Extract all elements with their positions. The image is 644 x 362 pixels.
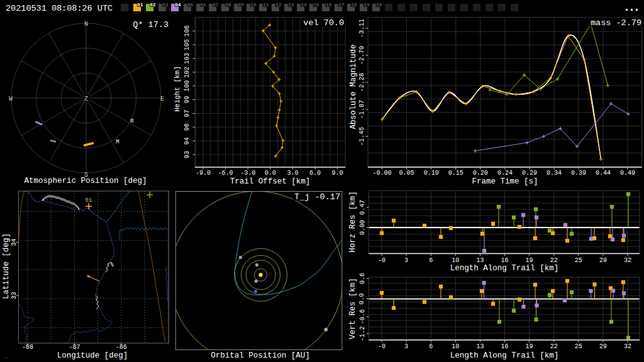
svg-text:29: 29 bbox=[599, 257, 607, 264]
svg-text:02: 02 bbox=[150, 2, 156, 8]
svg-text:rjw: rjw bbox=[3, 356, 8, 360]
svg-text:-88: -88 bbox=[22, 344, 33, 351]
svg-text:05: 05 bbox=[187, 2, 194, 8]
svg-text:07: 07 bbox=[213, 2, 219, 8]
svg-text:Atmospheric Position [deg]: Atmospheric Position [deg] bbox=[24, 177, 147, 185]
svg-text:0.0: 0.0 bbox=[265, 170, 276, 177]
svg-text:Length Along Trail [km]: Length Along Trail [km] bbox=[450, 351, 559, 360]
svg-text:3.0: 3.0 bbox=[287, 170, 298, 177]
svg-text:13: 13 bbox=[476, 257, 484, 264]
svg-text:33: 33 bbox=[11, 292, 18, 299]
svg-text:12: 12 bbox=[275, 2, 282, 8]
svg-text:0.20: 0.20 bbox=[473, 170, 488, 177]
svg-text:-3.0: -3.0 bbox=[240, 170, 255, 177]
svg-text:100: 100 bbox=[184, 80, 191, 92]
svg-text:-9.0: -9.0 bbox=[196, 170, 211, 177]
svg-text:0.6: 0.6 bbox=[359, 273, 366, 284]
svg-text:0.00: 0.00 bbox=[359, 220, 366, 235]
svg-text:Orbital Position [AU]: Orbital Position [AU] bbox=[211, 351, 310, 360]
svg-text:N: N bbox=[84, 21, 88, 28]
svg-text:19: 19 bbox=[526, 343, 533, 350]
svg-text:19: 19 bbox=[364, 2, 370, 8]
svg-text:13: 13 bbox=[476, 343, 484, 350]
svg-text:6: 6 bbox=[429, 257, 433, 264]
svg-text:0.44: 0.44 bbox=[596, 170, 611, 177]
svg-text:32: 32 bbox=[624, 257, 631, 264]
svg-text:6: 6 bbox=[429, 343, 433, 350]
svg-text:20: 20 bbox=[376, 2, 382, 8]
svg-text:-6.0: -6.0 bbox=[218, 170, 233, 177]
svg-text:94: 94 bbox=[184, 137, 191, 145]
svg-text:0.29: 0.29 bbox=[522, 170, 537, 177]
svg-text:M: M bbox=[116, 139, 119, 145]
svg-text:01: 01 bbox=[86, 197, 92, 204]
svg-text:105: 105 bbox=[184, 39, 191, 50]
svg-text:103: 103 bbox=[184, 53, 191, 64]
svg-text:Frame Time [s]: Frame Time [s] bbox=[472, 177, 538, 186]
svg-text:13: 13 bbox=[288, 2, 294, 8]
svg-text:17: 17 bbox=[338, 2, 345, 8]
svg-text:22: 22 bbox=[550, 257, 558, 264]
svg-text:03: 03 bbox=[162, 2, 169, 8]
svg-text:0.49: 0.49 bbox=[620, 170, 635, 177]
svg-text:93: 93 bbox=[184, 151, 191, 158]
svg-text:9.0: 9.0 bbox=[332, 170, 343, 177]
svg-text:W: W bbox=[9, 96, 13, 102]
svg-text:0.0: 0.0 bbox=[359, 293, 366, 305]
svg-text:18: 18 bbox=[351, 2, 357, 8]
svg-text:T_j -0.17: T_j -0.17 bbox=[294, 192, 340, 202]
svg-text:11: 11 bbox=[263, 2, 269, 8]
svg-text:96: 96 bbox=[184, 123, 191, 131]
svg-text:-0: -0 bbox=[378, 343, 386, 350]
svg-text:mass -2.79: mass -2.79 bbox=[591, 18, 641, 28]
svg-text:0.34: 0.34 bbox=[547, 170, 562, 177]
svg-text:-0.6: -0.6 bbox=[359, 309, 366, 324]
svg-text:32: 32 bbox=[624, 343, 631, 350]
svg-text:10: 10 bbox=[452, 343, 459, 350]
svg-text:15: 15 bbox=[313, 2, 319, 8]
svg-text:-2.28: -2.28 bbox=[358, 73, 365, 92]
svg-text:3: 3 bbox=[404, 257, 408, 264]
svg-text:Height [km]: Height [km] bbox=[174, 66, 181, 112]
svg-text:-1.2: -1.2 bbox=[359, 326, 366, 341]
svg-text:22: 22 bbox=[550, 343, 558, 350]
svg-text:34: 34 bbox=[11, 238, 18, 246]
svg-text:16: 16 bbox=[326, 2, 332, 8]
svg-text:R: R bbox=[130, 118, 134, 124]
svg-text:Vert Res [km]: Vert Res [km] bbox=[348, 278, 357, 339]
svg-text:-1.87: -1.87 bbox=[358, 100, 365, 119]
svg-text:99: 99 bbox=[184, 96, 191, 104]
svg-text:14: 14 bbox=[301, 2, 307, 8]
svg-text:Q* 17.3: Q* 17.3 bbox=[133, 20, 169, 30]
svg-text:06: 06 bbox=[200, 2, 206, 8]
svg-text:08: 08 bbox=[225, 2, 231, 8]
svg-text:Horz Res [km]: Horz Res [km] bbox=[348, 191, 357, 253]
svg-text:106: 106 bbox=[184, 25, 191, 36]
svg-text:-87: -87 bbox=[69, 344, 80, 351]
svg-text:0.47: 0.47 bbox=[359, 200, 366, 215]
svg-text:19: 19 bbox=[526, 257, 533, 264]
svg-text:-86: -86 bbox=[116, 344, 127, 351]
svg-text:Absolute Magnitude: Absolute Magnitude bbox=[349, 44, 358, 129]
svg-text:vel 70.0: vel 70.0 bbox=[303, 18, 344, 28]
svg-text:-2.70: -2.70 bbox=[358, 46, 365, 65]
svg-text:09: 09 bbox=[238, 2, 244, 8]
svg-text:-0.00: -0.00 bbox=[373, 170, 392, 177]
svg-text:-1.45: -1.45 bbox=[358, 127, 365, 146]
svg-text:102: 102 bbox=[184, 67, 191, 78]
svg-text:97: 97 bbox=[184, 109, 191, 117]
svg-text:0.15: 0.15 bbox=[448, 170, 464, 177]
svg-text:Latitude [deg]: Latitude [deg] bbox=[2, 233, 11, 299]
svg-text:25: 25 bbox=[575, 257, 582, 264]
svg-text:20210531 08:08:26 UTC: 20210531 08:08:26 UTC bbox=[6, 4, 113, 13]
svg-text:10: 10 bbox=[452, 257, 459, 264]
svg-text:-3.11: -3.11 bbox=[358, 19, 365, 38]
svg-text:Trail Offset [km]: Trail Offset [km] bbox=[230, 177, 311, 186]
svg-text:3: 3 bbox=[404, 343, 408, 350]
svg-text:0.24: 0.24 bbox=[497, 170, 513, 177]
svg-text:16: 16 bbox=[501, 343, 508, 350]
svg-text:25: 25 bbox=[575, 343, 582, 350]
svg-text:Z: Z bbox=[84, 96, 88, 102]
svg-text:E: E bbox=[160, 96, 164, 102]
svg-text:29: 29 bbox=[599, 343, 607, 350]
